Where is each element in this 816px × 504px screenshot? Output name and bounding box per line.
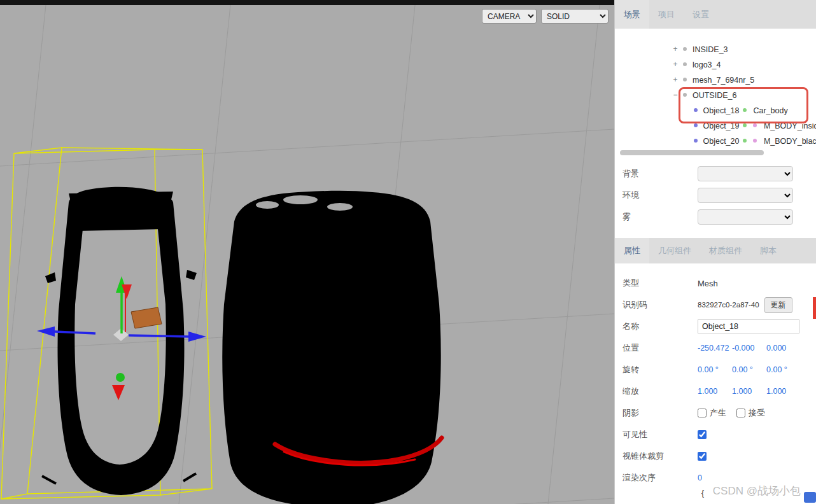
watermark-logo-icon bbox=[804, 492, 816, 503]
roof-highlight bbox=[256, 201, 279, 209]
shadow-receive-checkbox[interactable] bbox=[736, 409, 745, 417]
position-z[interactable]: 0.000 bbox=[766, 344, 801, 353]
top-bar bbox=[0, 0, 614, 5]
node-label: logo3_4 bbox=[693, 60, 721, 69]
tab-geometry[interactable]: 几何组件 bbox=[649, 238, 700, 263]
fog-label: 雾 bbox=[623, 211, 698, 223]
rotation-row: 旋转 0.00 ° 0.00 ° 0.00 ° bbox=[615, 359, 816, 381]
helper-sphere[interactable] bbox=[116, 373, 125, 382]
fog-select[interactable] bbox=[698, 209, 793, 225]
rotation-z[interactable]: 0.00 ° bbox=[766, 365, 801, 374]
shading-select[interactable]: SOLID bbox=[541, 9, 608, 24]
rotation-y[interactable]: 0.00 ° bbox=[732, 365, 766, 374]
shadow-row: 阴影 产生 接受 bbox=[615, 402, 816, 424]
helper-cone[interactable] bbox=[112, 385, 125, 400]
material-label: M_BODY_black bbox=[764, 137, 816, 146]
viewport-3d[interactable]: CAMERA SOLID bbox=[0, 5, 614, 504]
scale-row: 缩放 1.000 1.000 1.000 bbox=[615, 381, 816, 402]
scene-outliner[interactable]: + INSIDE_3 + logo3_4 + mesh_7_694nr_5 − … bbox=[615, 29, 816, 161]
render-order-value[interactable]: 0 bbox=[698, 473, 732, 482]
tree-node-object20[interactable]: Object_20 M_BODY_black bbox=[615, 133, 816, 148]
mesh-type-icon bbox=[694, 108, 698, 112]
node-label: Object_18 bbox=[703, 106, 739, 115]
background-label: 背景 bbox=[623, 168, 698, 179]
sidebar-panel: 场景 项目 设置 + INSIDE_3 + logo3_4 + mesh_7_6… bbox=[614, 0, 816, 504]
node-label: INSIDE_3 bbox=[693, 45, 728, 54]
tree-node-logo3[interactable]: + logo3_4 bbox=[615, 57, 816, 72]
group-type-icon bbox=[683, 93, 687, 97]
position-row: 位置 -250.472 -0.000 0.000 bbox=[615, 337, 816, 359]
frustum-cull-checkbox[interactable] bbox=[698, 452, 707, 461]
geometry-type-icon bbox=[743, 108, 747, 112]
background-row: 背景 bbox=[615, 163, 816, 185]
visible-label: 可见性 bbox=[623, 429, 698, 440]
tree-node-mesh7[interactable]: + mesh_7_694nr_5 bbox=[615, 72, 816, 87]
tree-node-outside6[interactable]: − OUTSIDE_6 bbox=[615, 87, 816, 102]
scene-settings: 背景 环境 雾 bbox=[615, 163, 816, 228]
mesh-type-icon bbox=[694, 123, 698, 127]
uuid-label: 识别码 bbox=[623, 299, 698, 311]
name-input[interactable] bbox=[698, 319, 799, 333]
name-row: 名称 bbox=[615, 316, 816, 337]
tree-node-object18[interactable]: Object_18 Car_body bbox=[615, 102, 816, 118]
position-y[interactable]: -0.000 bbox=[732, 344, 766, 353]
watermark-text: CSDN @战场小包 bbox=[713, 484, 801, 498]
object-tabbar: 属性 几何组件 材质组件 脚本 bbox=[615, 238, 816, 263]
partial-script-text: { bbox=[701, 489, 704, 498]
fog-row: 雾 bbox=[615, 206, 816, 228]
scale-z[interactable]: 1.000 bbox=[766, 387, 801, 396]
visible-row: 可见性 bbox=[615, 424, 816, 445]
group-type-icon bbox=[683, 78, 687, 81]
geometry-type-icon bbox=[743, 123, 747, 127]
car-right[interactable] bbox=[222, 191, 442, 504]
background-select[interactable] bbox=[698, 166, 793, 181]
node-label: mesh_7_694nr_5 bbox=[693, 76, 754, 85]
rotation-x[interactable]: 0.00 ° bbox=[698, 365, 732, 374]
environment-select[interactable] bbox=[698, 188, 793, 203]
tree-node-object19[interactable]: Object_19 M_BODY_inside bbox=[615, 118, 816, 133]
car-left-selected[interactable] bbox=[42, 187, 197, 495]
name-label: 名称 bbox=[623, 321, 698, 332]
uuid-update-button[interactable]: 更新 bbox=[764, 297, 792, 313]
frustum-label: 视锥体裁剪 bbox=[623, 451, 698, 462]
tab-project[interactable]: 项目 bbox=[649, 0, 684, 29]
shadow-label: 阴影 bbox=[623, 407, 698, 419]
tab-settings[interactable]: 设置 bbox=[684, 0, 718, 29]
outliner-horizontal-scrollbar[interactable] bbox=[620, 150, 764, 155]
environment-row: 环境 bbox=[615, 185, 816, 206]
position-x[interactable]: -250.472 bbox=[698, 344, 732, 353]
group-type-icon bbox=[683, 62, 687, 66]
gizmo-x-axis[interactable] bbox=[129, 335, 190, 337]
material-type-icon bbox=[753, 139, 757, 143]
tab-material[interactable]: 材质组件 bbox=[700, 238, 751, 263]
tree-node-inside3[interactable]: + INSIDE_3 bbox=[615, 41, 816, 57]
annotation-edge-mark bbox=[813, 297, 816, 319]
tab-properties[interactable]: 属性 bbox=[615, 238, 649, 263]
geometry-type-icon bbox=[743, 139, 747, 143]
viewport-toolbar: CAMERA SOLID bbox=[482, 9, 608, 24]
tab-scene[interactable]: 场景 bbox=[615, 0, 649, 29]
scale-x[interactable]: 1.000 bbox=[698, 387, 732, 396]
node-label: Object_19 bbox=[703, 122, 739, 130]
scene-canvas[interactable] bbox=[0, 5, 614, 504]
roof-highlight bbox=[283, 195, 318, 204]
gizmo-x-arrow-neg-icon[interactable] bbox=[37, 326, 55, 337]
expand-icon[interactable]: + bbox=[671, 57, 680, 72]
type-label: 类型 bbox=[623, 277, 698, 289]
visible-checkbox[interactable] bbox=[698, 430, 707, 439]
roof-highlight bbox=[327, 203, 353, 211]
collapse-icon[interactable]: − bbox=[671, 87, 680, 102]
pivot-box[interactable] bbox=[131, 307, 162, 328]
shadow-cast-label: 产生 bbox=[710, 407, 726, 419]
shadow-receive-label: 接受 bbox=[749, 407, 765, 419]
camera-select[interactable]: CAMERA bbox=[482, 9, 537, 24]
type-row: 类型 Mesh bbox=[615, 272, 816, 294]
frustum-row: 视锥体裁剪 bbox=[615, 445, 816, 467]
expand-icon[interactable]: + bbox=[671, 72, 680, 87]
tab-script[interactable]: 脚本 bbox=[751, 238, 785, 263]
gizmo-x-arrow-icon[interactable] bbox=[188, 332, 206, 342]
shadow-cast-checkbox[interactable] bbox=[698, 409, 707, 417]
main-tabbar: 场景 项目 设置 bbox=[615, 0, 816, 29]
scale-y[interactable]: 1.000 bbox=[732, 387, 766, 396]
expand-icon[interactable]: + bbox=[671, 41, 680, 57]
